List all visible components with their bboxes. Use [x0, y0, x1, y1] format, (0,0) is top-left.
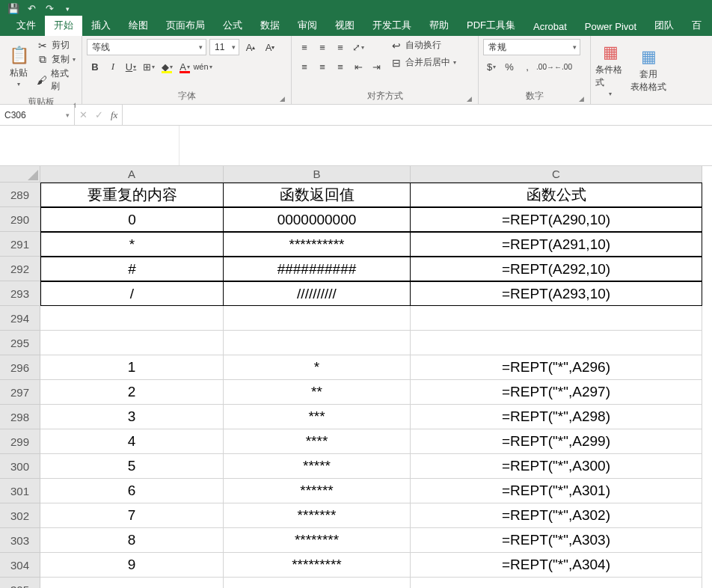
cell[interactable]: =REPT(A291,10) — [411, 232, 702, 257]
underline-button[interactable]: U▾ — [123, 58, 139, 75]
tab-页面布局[interactable]: 页面布局 — [157, 16, 214, 36]
tab-文件[interactable]: 文件 — [7, 16, 45, 36]
cut-button[interactable]: ✂剪切 — [37, 39, 77, 52]
cell[interactable]: *** — [224, 405, 411, 429]
cell[interactable] — [40, 306, 224, 331]
cell[interactable]: ** — [224, 380, 411, 405]
dialog-launcher-icon[interactable]: ◢ — [467, 95, 472, 102]
qat-more-icon[interactable]: ▾ — [58, 5, 76, 13]
cell[interactable]: 函数公式 — [411, 183, 702, 207]
cell[interactable] — [224, 578, 411, 588]
align-top-icon[interactable]: ≡ — [296, 39, 313, 55]
format-painter-button[interactable]: 🖌格式刷 — [37, 67, 77, 93]
tab-Acrobat[interactable]: Acrobat — [524, 18, 576, 36]
row-header[interactable]: 300 — [0, 454, 40, 479]
tab-PDF工具集[interactable]: PDF工具集 — [458, 16, 524, 36]
conditional-format-button[interactable]: ▦ 条件格式 ▾ — [595, 39, 625, 101]
font-color-button[interactable]: A▾ — [177, 58, 193, 75]
cell[interactable]: =REPT(A292,10) — [411, 257, 702, 281]
column-header[interactable]: B — [224, 166, 411, 183]
cell[interactable] — [411, 578, 702, 588]
tab-公式[interactable]: 公式 — [214, 16, 251, 36]
select-all-corner[interactable] — [0, 166, 40, 183]
row-header[interactable]: 292 — [0, 257, 40, 281]
tab-审阅[interactable]: 审阅 — [289, 16, 326, 36]
cell[interactable]: ********* — [224, 553, 411, 578]
cell[interactable]: 6 — [40, 479, 224, 503]
bold-button[interactable]: B — [87, 58, 103, 75]
name-box[interactable]: C306 — [0, 105, 75, 125]
row-header[interactable]: 289 — [0, 183, 40, 207]
align-center-icon[interactable]: ≡ — [314, 58, 331, 75]
row-header[interactable]: 295 — [0, 331, 40, 355]
cell[interactable] — [40, 578, 224, 588]
column-header[interactable]: A — [40, 166, 224, 183]
cell[interactable]: =REPT("*",A297) — [411, 380, 702, 405]
cell[interactable]: =REPT("*",A298) — [411, 405, 702, 429]
cell[interactable]: ***** — [224, 454, 411, 479]
cell[interactable]: ////////// — [224, 281, 411, 306]
tab-绘图[interactable]: 绘图 — [120, 16, 157, 36]
align-bottom-icon[interactable]: ≡ — [332, 39, 349, 55]
table-format-button[interactable]: ▦ 套用 表格格式 — [628, 39, 669, 101]
cell[interactable]: * — [224, 355, 411, 380]
cell[interactable]: =REPT(A293,10) — [411, 281, 702, 306]
font-size-combo[interactable]: 11 — [209, 39, 239, 55]
fill-color-button[interactable]: ◆▾ — [159, 58, 175, 75]
worksheet[interactable]: A B C 289要重复的内容函数返回值函数公式29000000000000=R… — [0, 166, 712, 588]
row-header[interactable]: 304 — [0, 553, 40, 578]
cell[interactable] — [224, 331, 411, 355]
cell[interactable]: =REPT("*",A304) — [411, 553, 702, 578]
row-header[interactable]: 298 — [0, 405, 40, 429]
cell[interactable]: 9 — [40, 553, 224, 578]
italic-button[interactable]: I — [105, 58, 121, 75]
row-header[interactable]: 302 — [0, 503, 40, 528]
cell[interactable]: =REPT("*",A300) — [411, 454, 702, 479]
phonetic-button[interactable]: wén▾ — [194, 58, 211, 75]
cell[interactable]: 4 — [40, 429, 224, 454]
dialog-launcher-icon[interactable]: ◢ — [579, 95, 584, 102]
cell[interactable]: 2 — [40, 380, 224, 405]
tab-帮助[interactable]: 帮助 — [420, 16, 458, 36]
cell[interactable]: 5 — [40, 454, 224, 479]
decrease-font-icon[interactable]: A▾ — [262, 39, 278, 55]
cell[interactable]: =REPT("*",A303) — [411, 528, 702, 553]
cell[interactable] — [40, 331, 224, 355]
orientation-icon[interactable]: ⤢▾ — [350, 39, 366, 55]
tab-数据[interactable]: 数据 — [251, 16, 289, 36]
copy-button[interactable]: ⧉复制▾ — [37, 53, 77, 66]
font-name-combo[interactable]: 等线 — [87, 39, 206, 55]
increase-decimal-icon[interactable]: .00→ — [537, 58, 553, 75]
tab-插入[interactable]: 插入 — [82, 16, 120, 36]
formula-input[interactable] — [123, 105, 712, 125]
cell[interactable]: 8 — [40, 528, 224, 553]
comma-icon[interactable]: , — [519, 58, 535, 75]
cell[interactable] — [411, 331, 702, 355]
tab-团队[interactable]: 团队 — [645, 16, 683, 36]
row-header[interactable]: 296 — [0, 355, 40, 380]
dialog-launcher-icon[interactable]: ◢ — [280, 95, 285, 102]
align-middle-icon[interactable]: ≡ — [314, 39, 331, 55]
percent-icon[interactable]: % — [501, 58, 518, 75]
row-header[interactable]: 301 — [0, 479, 40, 503]
increase-indent-icon[interactable]: ⇥ — [368, 58, 384, 75]
row-header[interactable]: 291 — [0, 232, 40, 257]
row-header[interactable]: 299 — [0, 429, 40, 454]
cell[interactable]: =REPT("*",A299) — [411, 429, 702, 454]
tab-开发工具[interactable]: 开发工具 — [363, 16, 420, 36]
cell[interactable]: =REPT("*",A301) — [411, 479, 702, 503]
cell[interactable]: ########## — [224, 257, 411, 281]
cancel-icon[interactable]: ✕ — [79, 109, 88, 120]
cell[interactable]: 3 — [40, 405, 224, 429]
row-header[interactable]: 290 — [0, 207, 40, 232]
tab-百[interactable]: 百 — [683, 16, 711, 36]
cell[interactable]: ******* — [224, 503, 411, 528]
row-header[interactable]: 305 — [0, 578, 40, 588]
decrease-decimal-icon[interactable]: ←.00 — [555, 58, 571, 75]
undo-icon[interactable]: ↶ — [22, 3, 40, 14]
cell[interactable]: 1 — [40, 355, 224, 380]
number-format-combo[interactable]: 常规 — [483, 39, 580, 55]
cell[interactable]: ******** — [224, 528, 411, 553]
wrap-text-button[interactable]: ↩自动换行 — [390, 39, 456, 52]
fx-icon[interactable]: fx — [111, 109, 117, 121]
